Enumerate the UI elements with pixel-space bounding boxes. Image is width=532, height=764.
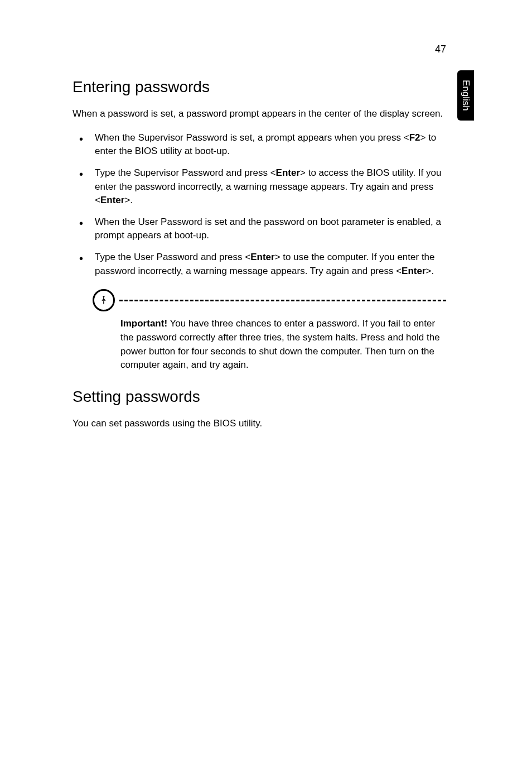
section-heading-entering-passwords: Entering passwords [72, 78, 446, 96]
section2-body: You can set passwords using the BIOS uti… [72, 417, 446, 431]
bullet-text: >. [124, 195, 133, 205]
page-content: Entering passwords When a password is se… [72, 78, 446, 441]
bullet-text: Type the Supervisor Password and press < [95, 167, 276, 178]
list-item: Type the User Password and press <Enter>… [72, 251, 446, 278]
pin-icon [93, 289, 115, 311]
list-item: Type the Supervisor Password and press <… [72, 166, 446, 208]
note-body: You have three chances to enter a passwo… [120, 318, 440, 370]
bullet-list: When the Supervisor Password is set, a p… [72, 131, 446, 278]
bullet-text: When the Supervisor Password is set, a p… [95, 132, 409, 143]
keycap: Enter [276, 167, 300, 178]
section-heading-setting-passwords: Setting passwords [72, 388, 446, 406]
note-separator [93, 289, 446, 311]
important-label: Important! [120, 318, 167, 329]
intro-paragraph: When a password is set, a password promp… [72, 107, 446, 121]
note-text: Important! You have three chances to ent… [120, 317, 446, 372]
bullet-text: When the User Password is set and the pa… [95, 217, 441, 241]
section-setting-passwords: Setting passwords You can set passwords … [72, 388, 446, 431]
keycap: Enter [100, 195, 124, 205]
page-number: 47 [435, 44, 446, 55]
bullet-text: >. [426, 266, 434, 276]
language-tab: English [457, 70, 474, 121]
important-note: Important! You have three chances to ent… [93, 289, 446, 372]
keycap: Enter [402, 266, 425, 276]
bullet-text: Type the User Password and press < [95, 252, 250, 262]
list-item: When the Supervisor Password is set, a p… [72, 131, 446, 158]
keycap: Enter [250, 252, 274, 262]
list-item: When the User Password is set and the pa… [72, 215, 446, 243]
dashed-divider [119, 300, 446, 301]
keycap: F2 [409, 132, 420, 143]
